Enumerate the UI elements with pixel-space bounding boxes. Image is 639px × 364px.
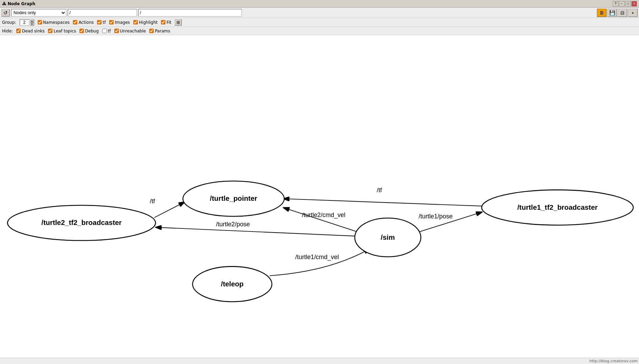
tf-checkbox[interactable] xyxy=(97,20,102,24)
hide-tf-group: tf xyxy=(102,29,111,33)
titlebar-title: Node Graph xyxy=(8,1,35,6)
options-bar: Group: ▲ ▼ Namespaces Actions tf Images … xyxy=(0,18,639,27)
toolbar: ↺ Nodes only Nodes/Topics Topics only 🗎 … xyxy=(0,8,639,18)
spin-up[interactable]: ▲ xyxy=(30,19,34,22)
fit-icon-button[interactable]: ⊞ xyxy=(175,19,182,26)
group-input[interactable] xyxy=(20,19,29,26)
dead-sinks-group: Dead sinks xyxy=(16,29,45,33)
tf-label: tf xyxy=(103,20,106,25)
leaf-topics-group: Leaf topics xyxy=(48,29,76,33)
debug-label: Debug xyxy=(85,29,98,33)
statusbar: http://blog.creatorov.com xyxy=(0,358,639,364)
settings-button[interactable]: ▪ xyxy=(628,9,638,17)
edge-teleop-sim xyxy=(270,248,370,276)
node-label-turtle2-tf2: /turtle2_tf2_broadcaster xyxy=(41,219,122,226)
statusbar-url: http://blog.creatorov.com xyxy=(590,359,638,363)
leaf-topics-checkbox[interactable] xyxy=(48,29,53,33)
path2-input[interactable] xyxy=(138,9,242,17)
debug-group: Debug xyxy=(79,29,98,33)
edge-label-tf1: /tf xyxy=(150,198,155,205)
highlight-checkbox[interactable] xyxy=(133,20,138,24)
dead-sinks-label: Dead sinks xyxy=(22,29,45,33)
edge-label-t1cmdvel: /turtle1/cmd_vel xyxy=(295,254,339,261)
help-button[interactable]: ? xyxy=(613,1,618,7)
spin-buttons: ▲ ▼ xyxy=(30,19,34,26)
titlebar-controls: ? − □ × xyxy=(613,1,637,7)
params-checkbox[interactable] xyxy=(149,29,154,33)
refresh-button[interactable]: ↺ xyxy=(1,9,10,17)
group-spinner: ▲ ▼ xyxy=(20,19,34,26)
fit-checkbox[interactable] xyxy=(161,20,165,24)
edge-label-t1pose: /turtle1/pose xyxy=(419,213,452,220)
namespaces-label: Namespaces xyxy=(43,20,70,25)
minimize-button[interactable]: − xyxy=(619,1,624,7)
group-label: Group: xyxy=(2,20,16,25)
hide-tf-checkbox[interactable] xyxy=(102,29,107,33)
images-checkbox-group: Images xyxy=(109,20,130,25)
spin-down[interactable]: ▼ xyxy=(30,22,34,26)
images-label: Images xyxy=(115,20,130,25)
node-label-turtle-pointer: /turtle_pointer xyxy=(210,195,257,202)
path1-input[interactable] xyxy=(68,9,137,17)
node-label-sim: /sim xyxy=(381,234,395,241)
fit-label: Fit xyxy=(166,20,171,25)
namespaces-checkbox-group: Namespaces xyxy=(38,20,70,25)
dead-sinks-checkbox[interactable] xyxy=(16,29,21,33)
highlight-label: Highlight xyxy=(139,20,158,25)
actions-checkbox[interactable] xyxy=(73,20,77,24)
images-checkbox[interactable] xyxy=(109,20,114,24)
hide-tf-label: tf xyxy=(108,29,111,33)
graph-svg: /tf /tf /turtle2/cmd_vel /turtle2/pose /… xyxy=(0,35,639,358)
node-label-teleop: /teleop xyxy=(221,280,244,288)
unreachable-checkbox[interactable] xyxy=(114,29,119,33)
hide-bar: Hide: Dead sinks Leaf topics Debug tf Un… xyxy=(0,27,639,35)
unreachable-label: Unreachable xyxy=(120,29,146,33)
edge-label-t2cmdvel: /turtle2/cmd_vel xyxy=(302,211,345,219)
main-window: 🖧 Node Graph ? − □ × ↺ Nodes only Nodes/… xyxy=(0,0,639,364)
params-label: Params xyxy=(155,29,170,33)
filter-dropdown[interactable]: Nodes only Nodes/Topics Topics only xyxy=(11,9,66,17)
actions-label: Actions xyxy=(78,20,94,25)
open-button[interactable]: 💾 xyxy=(607,9,617,17)
actions-checkbox-group: Actions xyxy=(73,20,94,25)
debug-checkbox[interactable] xyxy=(79,29,84,33)
highlight-checkbox-group: Highlight xyxy=(133,20,158,25)
leaf-topics-label: Leaf topics xyxy=(54,29,76,33)
fit-view-button[interactable]: ⊟ xyxy=(618,9,627,17)
unreachable-group: Unreachable xyxy=(114,29,146,33)
tf-checkbox-group: tf xyxy=(97,20,106,25)
graph-area[interactable]: /tf /tf /turtle2/cmd_vel /turtle2/pose /… xyxy=(0,35,639,358)
titlebar-icon: 🖧 xyxy=(2,1,6,6)
edge-label-t2pose: /turtle2/pose xyxy=(216,221,250,228)
hide-label: Hide: xyxy=(2,29,13,33)
edge-t1b-tp xyxy=(283,199,485,206)
toolbar-right: 🗎 💾 ⊟ ▪ xyxy=(597,9,638,17)
edge-sim-t2b xyxy=(155,227,356,236)
fit-checkbox-group: Fit xyxy=(161,20,171,25)
edge-t2b-tp xyxy=(154,202,185,218)
node-label-turtle1-tf2: /turtle1_tf2_broadcaster xyxy=(517,204,598,211)
params-group: Params xyxy=(149,29,170,33)
edge-label-tf2: /tf xyxy=(377,187,382,194)
close-button[interactable]: × xyxy=(631,1,637,7)
namespaces-checkbox[interactable] xyxy=(38,20,42,24)
maximize-button[interactable]: □ xyxy=(625,1,631,7)
save-image-button[interactable]: 🗎 xyxy=(597,9,607,17)
edge-sim-tp xyxy=(283,207,357,232)
titlebar: 🖧 Node Graph ? − □ × xyxy=(0,0,639,8)
